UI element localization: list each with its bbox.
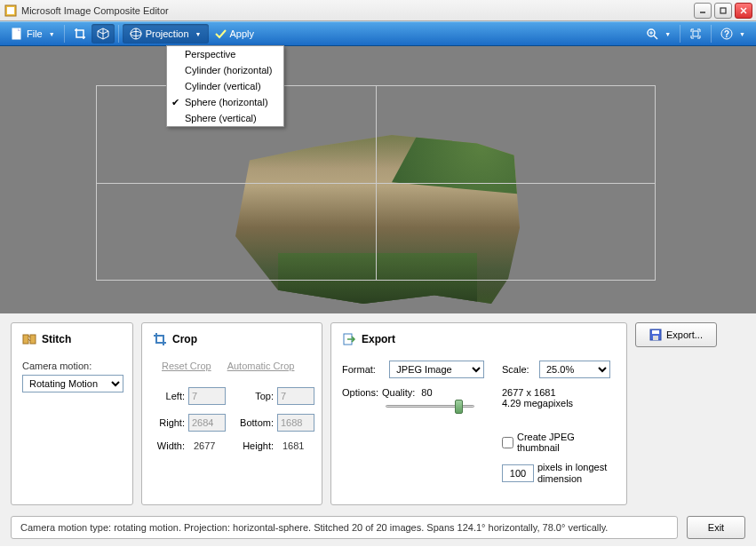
projection-button[interactable]: Projection ▼ xyxy=(123,24,209,44)
export-title: Export xyxy=(362,333,395,345)
close-button[interactable] xyxy=(735,3,752,19)
export-megapixels: 4.29 megapixels xyxy=(502,398,616,408)
svg-rect-24 xyxy=(653,336,658,340)
zoom-button[interactable]: ▼ xyxy=(641,24,676,44)
titlebar: Microsoft Image Composite Editor xyxy=(0,0,756,21)
thumbnail-suffix: pixels in longest dimension xyxy=(537,462,616,485)
window-controls xyxy=(694,3,752,19)
file-icon xyxy=(11,28,23,40)
scale-label: Scale: xyxy=(502,364,536,375)
chevron-down-icon: ▼ xyxy=(664,31,671,37)
crop-right-label: Right: xyxy=(153,417,188,428)
menu-item-cylinder-h[interactable]: Cylinder (horizontal) xyxy=(167,62,283,78)
canvas[interactable] xyxy=(0,46,756,313)
check-icon: ✔ xyxy=(171,97,179,108)
export-panel: Export Format: JPEG Image Options: Quali… xyxy=(330,322,627,505)
menu-item-cylinder-v[interactable]: Cylinder (vertical) xyxy=(167,78,283,94)
help-icon: ? xyxy=(720,28,733,40)
panels: Stitch Camera motion: Rotating Motion Cr… xyxy=(0,313,756,512)
slider-thumb[interactable] xyxy=(455,400,463,414)
svg-rect-23 xyxy=(652,330,659,334)
options-label: Options: xyxy=(342,387,378,398)
check-icon xyxy=(214,28,227,40)
stitch-panel: Stitch Camera motion: Rotating Motion xyxy=(11,322,133,505)
thumbnail-label: Create JPEG thumbnail xyxy=(517,432,616,453)
svg-rect-14 xyxy=(693,31,698,36)
menu-item-sphere-v[interactable]: Sphere (vertical) xyxy=(167,110,283,126)
stitch-title: Stitch xyxy=(42,333,71,345)
crop-title: Crop xyxy=(172,333,197,345)
svg-text:?: ? xyxy=(724,29,729,39)
chevron-down-icon: ▼ xyxy=(49,31,55,37)
crop-tool-button[interactable] xyxy=(68,24,92,44)
file-label: File xyxy=(27,28,43,39)
export-side: Export... xyxy=(635,322,719,505)
toolbar: File ▼ Projection ▼ Apply ▼ ? ▼ xyxy=(0,21,756,46)
projection-label: Projection xyxy=(146,28,189,39)
globe-icon xyxy=(130,28,142,40)
help-button[interactable]: ? ▼ xyxy=(715,24,751,44)
svg-line-11 xyxy=(654,36,657,39)
status-bar: Camera motion type: rotating motion. Pro… xyxy=(0,512,756,546)
crop-icon xyxy=(153,332,167,346)
apply-button[interactable]: Apply xyxy=(209,24,260,44)
crop-bottom-label: Bottom: xyxy=(233,417,277,428)
crop-width-value: 2677 xyxy=(188,440,233,451)
svg-rect-17 xyxy=(23,335,28,344)
window-title: Microsoft Image Composite Editor xyxy=(21,5,694,16)
fit-icon xyxy=(689,28,702,40)
scale-select[interactable]: 25.0% xyxy=(539,361,610,378)
chevron-down-icon: ▼ xyxy=(739,31,745,37)
camera-motion-label: Camera motion: xyxy=(22,361,122,371)
quality-slider[interactable] xyxy=(386,398,474,414)
crop-height-value: 1681 xyxy=(277,440,322,451)
chevron-down-icon: ▼ xyxy=(195,31,202,37)
crop-right-input[interactable] xyxy=(188,414,226,432)
stitch-icon xyxy=(22,332,36,346)
exit-button[interactable]: Exit xyxy=(687,516,745,539)
crop-bottom-input[interactable] xyxy=(277,414,314,432)
apply-label: Apply xyxy=(230,28,255,39)
crop-left-label: Left: xyxy=(153,391,188,401)
status-text: Camera motion type: rotating motion. Pro… xyxy=(11,516,678,539)
center-line xyxy=(376,85,377,281)
thumbnail-size-input[interactable] xyxy=(502,464,534,482)
crop-width-label: Width: xyxy=(153,440,188,451)
app-icon xyxy=(4,4,18,18)
cube-icon xyxy=(97,28,109,40)
export-button[interactable]: Export... xyxy=(635,322,717,347)
crop-height-label: Height: xyxy=(233,440,277,451)
reset-crop-link[interactable]: Reset Crop xyxy=(162,361,211,371)
zoom-icon xyxy=(646,28,658,40)
export-icon xyxy=(342,332,356,346)
crop-left-input[interactable] xyxy=(188,387,226,405)
cube-tool-button[interactable] xyxy=(92,24,115,44)
maximize-button[interactable] xyxy=(714,3,732,19)
save-icon xyxy=(649,329,662,341)
quality-value: 80 xyxy=(421,387,432,398)
menu-item-perspective[interactable]: Perspective xyxy=(167,46,283,62)
crop-top-input[interactable] xyxy=(277,387,314,405)
file-menu-button[interactable]: File ▼ xyxy=(5,24,60,44)
format-label: Format: xyxy=(342,364,386,375)
crop-top-label: Top: xyxy=(233,391,277,401)
camera-motion-select[interactable]: Rotating Motion xyxy=(22,375,123,392)
quality-label: Quality: xyxy=(382,387,415,398)
fit-button[interactable] xyxy=(684,24,707,44)
svg-rect-1 xyxy=(7,7,14,14)
minimize-button[interactable] xyxy=(694,3,712,19)
menu-item-sphere-h[interactable]: ✔Sphere (horizontal) xyxy=(167,94,283,110)
crop-panel: Crop Reset Crop Automatic Crop Left: Top… xyxy=(141,322,322,505)
svg-rect-18 xyxy=(30,335,36,344)
format-select[interactable]: JPEG Image xyxy=(389,361,484,378)
export-dims: 2677 x 1681 xyxy=(502,387,616,398)
svg-rect-3 xyxy=(720,8,726,13)
auto-crop-link[interactable]: Automatic Crop xyxy=(227,361,295,371)
thumbnail-checkbox[interactable] xyxy=(502,437,513,448)
projection-menu: Perspective Cylinder (horizontal) Cylind… xyxy=(166,45,284,127)
crop-icon xyxy=(74,28,86,40)
